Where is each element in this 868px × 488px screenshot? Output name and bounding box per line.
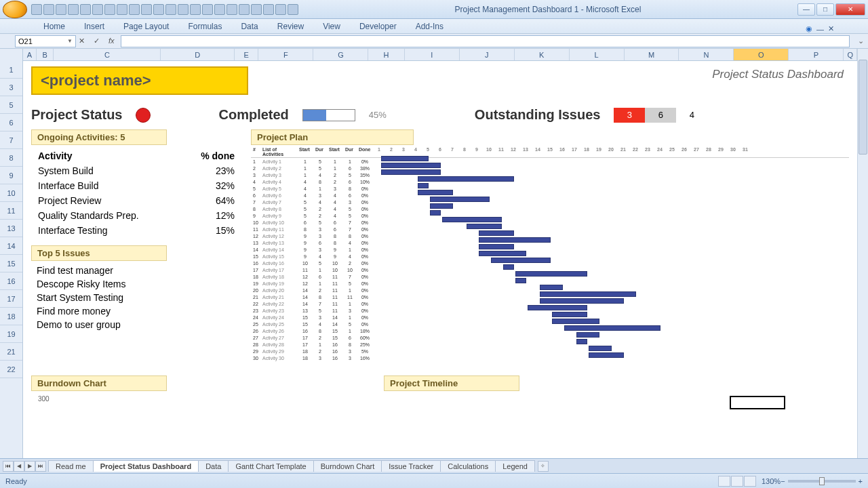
column-header[interactable]: I [405,49,460,60]
ribbon-tab-review[interactable]: Review [268,20,313,33]
tab-nav-next-icon[interactable]: ▶ [24,461,35,472]
undo-icon[interactable] [43,4,54,15]
column-header[interactable]: E [235,49,259,60]
scrollbar-thumb[interactable] [859,60,867,155]
ribbon-tab-data[interactable]: Data [231,20,267,33]
help-icon[interactable]: ◉ [806,24,812,33]
sheet-tab[interactable]: Burndown Chart [313,460,382,472]
qat-icon[interactable] [141,4,152,15]
row-header[interactable]: 13 [0,220,22,237]
qat-icon[interactable] [214,4,225,15]
selected-cell-indicator[interactable] [730,396,785,409]
ribbon-tab-formulas[interactable]: Formulas [178,20,231,33]
page-break-view-icon[interactable] [744,476,756,487]
column-header[interactable]: B [37,49,54,60]
tab-nav-first-icon[interactable]: ⏮ [3,461,14,472]
row-header[interactable]: 1 [0,61,22,79]
row-header[interactable]: 18 [0,308,22,325]
qat-icon[interactable] [178,4,189,15]
column-header[interactable]: G [313,49,368,60]
vertical-scrollbar[interactable] [857,49,868,473]
sheet-tab[interactable]: Data [198,460,229,472]
sheet-tab[interactable]: Legend [495,460,535,472]
row-header[interactable]: 17 [0,290,22,308]
page-layout-view-icon[interactable] [731,476,743,487]
ribbon-tab-page-layout[interactable]: Page Layout [114,20,178,33]
row-header[interactable]: 22 [0,361,22,378]
row-header[interactable]: 10 [0,184,22,202]
column-header[interactable]: Q [844,49,857,60]
row-header[interactable]: 19 [0,325,22,343]
qat-icon[interactable] [263,4,274,15]
column-header[interactable]: H [368,49,404,60]
zoom-level[interactable]: 130% [762,477,781,485]
sheet-tab[interactable]: Gantt Chart Template [228,460,313,472]
ribbon-tab-add-ins[interactable]: Add-Ins [406,20,453,33]
row-header[interactable]: 6 [0,114,22,131]
cancel-icon[interactable]: ✕ [79,37,88,46]
chevron-down-icon[interactable]: ▼ [67,38,73,44]
sheet-tab[interactable]: Issue Tracker [381,460,441,472]
row-header[interactable]: 3 [0,79,22,96]
tab-nav-last-icon[interactable]: ⏭ [35,461,46,472]
row-header[interactable]: 5 [0,96,22,114]
maximize-button[interactable]: □ [816,3,834,16]
zoom-in-icon[interactable]: + [859,477,863,485]
sheet-tab[interactable]: Read me [48,460,94,472]
expand-formula-icon[interactable]: ⌄ [858,37,864,45]
qat-icon[interactable] [239,4,250,15]
column-header[interactable]: C [54,49,161,60]
minimize-button[interactable]: — [797,3,815,16]
enter-icon[interactable]: ✓ [94,37,103,46]
row-header[interactable]: 15 [0,255,22,272]
qat-icon[interactable] [275,4,286,15]
sheet-tab[interactable]: Calculations [440,460,496,472]
row-header[interactable]: 11 [0,202,22,220]
row-header[interactable]: 9 [0,167,22,184]
column-header[interactable]: D [161,49,235,60]
column-header[interactable]: N [679,49,734,60]
qat-icon[interactable] [288,4,298,15]
tab-nav-prev-icon[interactable]: ◀ [14,461,24,472]
qat-icon[interactable] [117,4,127,15]
qat-icon[interactable] [251,4,262,15]
row-header[interactable]: 14 [0,237,22,255]
ribbon-tab-view[interactable]: View [313,20,350,33]
column-header[interactable]: A [23,49,37,60]
qat-icon[interactable] [226,4,237,15]
qat-icon[interactable] [190,4,201,15]
qat-icon[interactable] [129,4,140,15]
close-button[interactable]: ✕ [835,3,865,16]
fx-icon[interactable]: fx [108,37,118,46]
office-button[interactable] [3,1,27,18]
ribbon-tab-insert[interactable]: Insert [75,20,114,33]
doc-close-icon[interactable]: ✕ [828,24,834,33]
redo-icon[interactable] [56,4,66,15]
column-header[interactable]: K [515,49,570,60]
print-icon[interactable] [68,4,79,15]
qat-icon[interactable] [165,4,176,15]
column-header[interactable]: F [258,49,313,60]
ribbon-tab-home[interactable]: Home [34,20,75,33]
zoom-slider[interactable] [788,480,856,483]
qat-icon[interactable] [92,4,103,15]
zoom-out-icon[interactable]: − [781,477,785,485]
qat-icon[interactable] [104,4,115,15]
row-header[interactable]: 16 [0,272,22,290]
name-box[interactable]: O21 ▼ [15,35,76,47]
column-header[interactable]: L [570,49,625,60]
row-header[interactable]: 21 [0,343,22,361]
qat-icon[interactable] [202,4,213,15]
ribbon-tab-developer[interactable]: Developer [350,20,406,33]
ribbon-minimize-icon[interactable]: — [816,25,824,33]
qat-icon[interactable] [80,4,91,15]
row-header[interactable]: 7 [0,131,22,149]
save-icon[interactable] [31,4,42,15]
column-header[interactable]: M [625,49,679,60]
column-header[interactable]: P [789,49,844,60]
normal-view-icon[interactable] [718,476,730,487]
sheet-tab[interactable]: Project Status Dashboard [93,460,199,472]
project-name-cell[interactable]: <project name> [31,66,248,95]
qat-icon[interactable] [153,4,164,15]
new-sheet-icon[interactable]: ✧ [538,461,549,472]
